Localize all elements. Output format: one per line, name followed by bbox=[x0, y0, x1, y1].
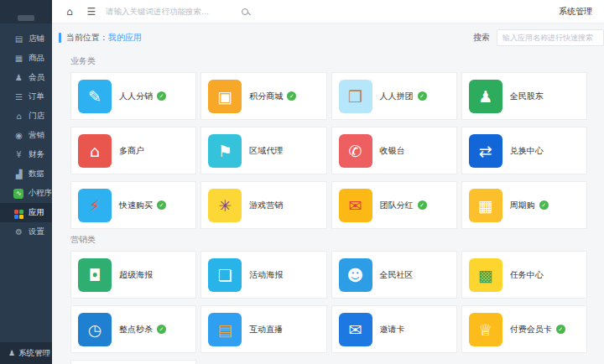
installed-check-icon: ✓ bbox=[418, 200, 427, 210]
apps-grid-icon bbox=[13, 207, 25, 219]
sidebar-item-apps[interactable]: 应用 bbox=[0, 203, 52, 222]
global-search bbox=[106, 7, 248, 16]
app-card[interactable]: ◘超级海报 bbox=[70, 251, 196, 299]
activity-photos-icon: ❏ bbox=[208, 258, 242, 292]
sidebar-item-settings[interactable]: ⚙设置 bbox=[0, 222, 52, 242]
search-icon[interactable] bbox=[242, 8, 248, 15]
installed-check-icon: ✓ bbox=[556, 325, 565, 334]
app-card[interactable]: ❒人人拼团✓ bbox=[331, 72, 457, 120]
app-card[interactable]: ◷整点秒杀✓ bbox=[70, 305, 196, 353]
goods-icon: ▦ bbox=[13, 55, 25, 63]
global-search-input[interactable] bbox=[106, 7, 223, 16]
installed-check-icon: ✓ bbox=[157, 91, 166, 101]
logo-mark bbox=[18, 15, 34, 21]
app-card[interactable]: ▩任务中心 bbox=[461, 251, 587, 299]
home-icon[interactable]: ⌂ bbox=[59, 6, 81, 18]
app-name: 活动海报 bbox=[249, 269, 283, 281]
sidebar-footer[interactable]: ♟ 系统管理 bbox=[0, 342, 52, 364]
breadcrumb-accent-bar bbox=[59, 33, 61, 43]
flashsale-clock-icon: ◷ bbox=[78, 313, 112, 346]
red-packet-icon: ✉ bbox=[339, 189, 372, 222]
sidebar: ▤店铺▦商品♟会员☰订单⌂门店◉营销¥财务▟数据∿小程序应用⚙设置 ♟ 系统管理 bbox=[0, 0, 52, 364]
app-search: 搜索 bbox=[473, 29, 604, 46]
sidebar-menu: ▤店铺▦商品♟会员☰订单⌂门店◉营销¥财务▟数据∿小程序应用⚙设置 bbox=[0, 23, 52, 342]
breadcrumb-prefix: 当前位置： bbox=[66, 32, 108, 44]
app-card[interactable]: ⚑区域代理 bbox=[200, 127, 326, 174]
app-card[interactable]: ✎人人分销✓ bbox=[70, 72, 196, 120]
app-card[interactable]: ▦周期购✓ bbox=[461, 181, 587, 229]
app-card[interactable]: ☻全民社区 bbox=[331, 251, 457, 299]
app-name: 整点秒杀 bbox=[119, 324, 153, 335]
app-name: 互动直播 bbox=[249, 324, 283, 335]
app-name: 快速购买 bbox=[119, 200, 153, 211]
quick-cart-icon: ⚡ bbox=[78, 189, 112, 222]
sidebar-item-orders[interactable]: ☰订单 bbox=[0, 87, 52, 107]
app-name: 付费会员卡 bbox=[510, 324, 552, 335]
groupbuy-bag-icon: ❒ bbox=[339, 80, 372, 113]
app-card[interactable]: ▬好友瓜分券✓ bbox=[70, 360, 196, 364]
app-card[interactable]: ❏活动海报 bbox=[200, 251, 326, 299]
sidebar-footer-label: 系统管理 bbox=[18, 348, 50, 359]
sidebar-item-label: 财务 bbox=[29, 149, 44, 160]
app-card[interactable]: ✆收银台 bbox=[331, 127, 457, 174]
app-card[interactable]: ♟全民股东 bbox=[461, 72, 587, 120]
app-name: 任务中心 bbox=[510, 269, 544, 281]
sidebar-item-label: 营销 bbox=[29, 130, 44, 141]
shopping-bag-icon: ▣ bbox=[208, 80, 242, 113]
app-name: 积分商城 bbox=[249, 91, 283, 102]
app-name: 全民社区 bbox=[380, 269, 414, 281]
sidebar-item-miniprogram[interactable]: ∿小程序 bbox=[0, 184, 52, 203]
shareholder-person-icon: ♟ bbox=[469, 80, 502, 113]
sidebar-item-members[interactable]: ♟会员 bbox=[0, 68, 52, 87]
sidebar-item-goods[interactable]: ▦商品 bbox=[0, 49, 52, 68]
sidebar-item-stores[interactable]: ⌂门店 bbox=[0, 107, 52, 126]
app-card[interactable]: ✉邀请卡 bbox=[331, 305, 457, 353]
live-tv-icon: ▤ bbox=[208, 313, 242, 346]
sidebar-item-finance[interactable]: ¥财务 bbox=[0, 145, 52, 164]
installed-check-icon: ✓ bbox=[157, 200, 166, 210]
doc-pencil-icon: ✎ bbox=[78, 80, 112, 113]
app-card[interactable]: ▣积分商城✓ bbox=[200, 72, 326, 120]
app-card[interactable]: ⇄兑换中心 bbox=[461, 127, 587, 174]
breadcrumb-current[interactable]: 我的应用 bbox=[108, 32, 142, 44]
gear-icon: ⚙ bbox=[13, 228, 25, 237]
app-card[interactable]: ♕付费会员卡✓ bbox=[461, 305, 587, 353]
finance-icon: ¥ bbox=[13, 151, 25, 159]
content: 当前位置： 我的应用 搜索 业务类✎人人分销✓▣积分商城✓❒人人拼团✓♟全民股东… bbox=[52, 23, 604, 364]
app-grid: ◘超级海报❏活动海报☻全民社区▩任务中心◷整点秒杀✓▤互动直播✉邀请卡♕付费会员… bbox=[70, 251, 587, 364]
app-card[interactable]: ⌂多商户 bbox=[70, 127, 196, 174]
logo bbox=[0, 0, 52, 23]
sidebar-item-label: 会员 bbox=[29, 72, 44, 83]
app-name: 多商户 bbox=[119, 145, 144, 157]
order-icon: ☰ bbox=[13, 93, 25, 101]
shop-icon: ▤ bbox=[13, 35, 25, 44]
admin-menu[interactable]: 系统管理 bbox=[559, 6, 597, 18]
app-card[interactable]: ✉团队分红✓ bbox=[331, 181, 457, 229]
breadcrumb: 当前位置： 我的应用 bbox=[59, 32, 142, 44]
sidebar-item-label: 商品 bbox=[29, 53, 44, 64]
sidebar-item-data[interactable]: ▟数据 bbox=[0, 164, 52, 184]
miniprogram-icon: ∿ bbox=[13, 189, 25, 199]
app-root: ▤店铺▦商品♟会员☰订单⌂门店◉营销¥财务▟数据∿小程序应用⚙设置 ♟ 系统管理… bbox=[0, 0, 604, 364]
app-search-label: 搜索 bbox=[473, 32, 490, 44]
app-name: 区域代理 bbox=[249, 145, 283, 157]
cashier-phone-icon: ✆ bbox=[339, 134, 372, 168]
installed-check-icon: ✓ bbox=[418, 91, 427, 101]
app-name: 人人拼团 bbox=[380, 91, 414, 102]
invite-card-icon: ✉ bbox=[339, 313, 372, 346]
app-card[interactable]: ⚡快速购买✓ bbox=[70, 181, 196, 229]
app-search-input[interactable] bbox=[497, 29, 604, 46]
sidebar-item-label: 数据 bbox=[29, 169, 44, 179]
sidebar-item-shop[interactable]: ▤店铺 bbox=[0, 29, 52, 49]
member-icon: ♟ bbox=[13, 74, 25, 82]
menu-grid-icon[interactable]: ☰ bbox=[81, 6, 102, 18]
app-card[interactable]: ▤互动直播 bbox=[200, 305, 326, 353]
installed-check-icon: ✓ bbox=[539, 200, 549, 210]
app-name: 兑换中心 bbox=[510, 145, 544, 157]
user-icon: ♟ bbox=[8, 349, 15, 357]
app-card[interactable]: ✳游戏营销 bbox=[200, 181, 326, 229]
member-crown-icon: ♕ bbox=[469, 313, 502, 346]
data-chart-icon: ▟ bbox=[13, 170, 25, 179]
storefront-icon: ⌂ bbox=[78, 134, 112, 168]
sidebar-item-marketing[interactable]: ◉营销 bbox=[0, 126, 52, 145]
